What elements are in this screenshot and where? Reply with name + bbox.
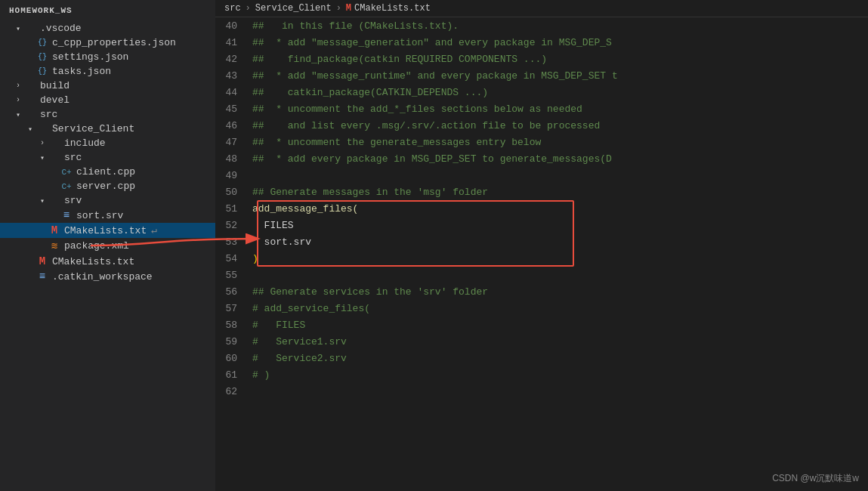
line-number: 47: [215, 134, 249, 150]
table-row: 58# FILES: [215, 317, 868, 333]
sidebar-item-settings[interactable]: {}settings.json: [0, 50, 215, 64]
line-content: add_message_files(: [249, 200, 868, 217]
line-number: 52: [215, 217, 249, 233]
chevron-icon: ▾: [12, 110, 24, 119]
table-row: 52 FILES: [215, 217, 868, 233]
table-row: 46## and list every .msg/.srv/.action fi…: [215, 117, 868, 134]
line-number: 51: [215, 200, 249, 217]
line-number: 42: [215, 51, 249, 67]
table-row: 57# add_service_files(: [215, 300, 868, 317]
sidebar-item-server_cpp[interactable]: C+server.cpp: [0, 179, 215, 193]
table-row: 61# ): [215, 366, 868, 383]
sidebar-item-package_xml[interactable]: ≋package.xml: [0, 238, 215, 254]
table-row: 55: [215, 267, 868, 283]
line-content: ## in this file (CMakeLists.txt).: [249, 17, 868, 34]
sidebar-item-label: devel: [40, 94, 70, 106]
table-row: 43## * add "message_runtime" and every p…: [215, 67, 868, 84]
sidebar-item-label: .catkin_workspace: [52, 271, 153, 283]
editor-area: src › Service_Client › M CMakeLists.txt …: [215, 0, 868, 491]
sidebar-item-include[interactable]: ›include: [0, 136, 215, 150]
code-editor[interactable]: 40## in this file (CMakeLists.txt).41## …: [215, 17, 868, 491]
sidebar-item-tasks[interactable]: {}tasks.json: [0, 64, 215, 79]
sidebar-item-label: src: [40, 109, 57, 120]
line-number: 43: [215, 67, 249, 84]
sidebar-item-label: build: [40, 80, 70, 91]
table-row: 41## * add "message_generation" and ever…: [215, 34, 868, 51]
code-table: 40## in this file (CMakeLists.txt).41## …: [215, 17, 868, 400]
sidebar-item-label: c_cpp_properties.json: [52, 37, 176, 48]
table-row: 44## catkin_package(CATKIN_DEPENDS ...): [215, 84, 868, 100]
line-content: ## Generate services in the 'srv' folder: [249, 283, 868, 300]
line-content: ## * add "message_generation" and every …: [249, 34, 868, 51]
sidebar-item-src2[interactable]: ▾src: [0, 150, 215, 165]
breadcrumb-filename: CMakeLists.txt: [354, 3, 431, 14]
line-number: 57: [215, 300, 249, 317]
json-icon: {}: [36, 67, 48, 76]
table-row: 49: [215, 167, 868, 184]
table-row: 60# Service2.srv: [215, 350, 868, 366]
cmake-icon: M: [36, 255, 48, 267]
breadcrumb: src › Service_Client › M CMakeLists.txt: [215, 0, 868, 17]
sidebar-item-label: .vscode: [40, 23, 82, 34]
chevron-icon: ▾: [12, 24, 24, 33]
line-content: FILES: [249, 217, 868, 233]
sidebar-item-service_client[interactable]: ▾Service_Client: [0, 122, 215, 136]
line-number: 40: [215, 17, 249, 34]
line-content: ## * add "message_runtime" and every pac…: [249, 67, 868, 84]
sidebar-item-label: include: [64, 137, 106, 149]
line-number: 60: [215, 350, 249, 366]
table-row: 50## Generate messages in the 'msg' fold…: [215, 184, 868, 200]
chevron-icon: ▾: [36, 153, 48, 162]
file-tree: ▾.vscode{}c_cpp_properties.json{}setting…: [0, 21, 215, 284]
line-content: # Service1.srv: [249, 333, 868, 350]
line-content: ## * add every package in MSG_DEP_SET to…: [249, 150, 868, 167]
cpp-icon: C+: [60, 182, 73, 191]
sidebar-item-cmakelists_root[interactable]: MCMakeLists.txt: [0, 254, 215, 269]
line-content: [249, 267, 868, 283]
sidebar-item-client_cpp[interactable]: C+client.cpp: [0, 165, 215, 179]
table-row: 48## * add every package in MSG_DEP_SET …: [215, 150, 868, 167]
line-number: 58: [215, 317, 249, 333]
line-content: # Service2.srv: [249, 350, 868, 366]
table-row: 40## in this file (CMakeLists.txt).: [215, 17, 868, 34]
chevron-icon: ▾: [24, 125, 36, 134]
sidebar-item-srv[interactable]: ▾srv: [0, 193, 215, 208]
sidebar-item-label: settings.json: [52, 51, 128, 63]
line-content: ## * uncomment the generate_messages ent…: [249, 134, 868, 150]
line-number: 53: [215, 233, 249, 250]
sidebar-item-devel[interactable]: ›devel: [0, 93, 215, 107]
table-row: 47## * uncomment the generate_messages e…: [215, 134, 868, 150]
sidebar-item-label: package.xml: [64, 240, 129, 252]
sidebar-item-vscode[interactable]: ▾.vscode: [0, 21, 215, 36]
line-number: 55: [215, 267, 249, 283]
sidebar-item-sort_srv[interactable]: ≡sort.srv: [0, 208, 215, 223]
chevron-icon: ›: [12, 96, 24, 104]
sidebar-item-label: tasks.json: [52, 66, 111, 77]
sidebar-header: HOMEWORK_WS: [0, 0, 215, 21]
table-row: 56## Generate services in the 'srv' fold…: [215, 283, 868, 300]
line-number: 50: [215, 184, 249, 200]
file-explorer: HOMEWORK_WS ▾.vscode{}c_cpp_properties.j…: [0, 0, 215, 491]
sidebar-item-src[interactable]: ▾src: [0, 107, 215, 122]
sidebar-item-label: server.cpp: [76, 181, 135, 192]
cpp-icon: C+: [60, 168, 73, 177]
sidebar-item-label: CMakeLists.txt: [52, 256, 134, 267]
line-content: sort.srv: [249, 233, 868, 250]
line-content: # FILES: [249, 317, 868, 333]
line-number: 48: [215, 150, 249, 167]
cmake-icon: M: [48, 224, 60, 236]
chevron-icon: ▾: [36, 196, 48, 205]
line-number: 61: [215, 366, 249, 383]
sidebar-item-c_cpp_properties[interactable]: {}c_cpp_properties.json: [0, 36, 215, 50]
table-row: 54): [215, 250, 868, 267]
sidebar-item-cmakelists_sc[interactable]: MCMakeLists.txt↵: [0, 223, 215, 238]
sidebar-item-label: Service_Client: [52, 123, 134, 134]
table-row: 42## find_package(catkin REQUIRED COMPON…: [215, 51, 868, 67]
line-content: ## catkin_package(CATKIN_DEPENDS ...): [249, 84, 868, 100]
breadcrumb-sep1: ›: [246, 3, 251, 14]
json-icon: {}: [36, 39, 48, 47]
sidebar-item-build[interactable]: ›build: [0, 79, 215, 93]
sidebar-item-catkin_workspace[interactable]: ≡.catkin_workspace: [0, 269, 215, 284]
line-number: 45: [215, 100, 249, 117]
xml-icon: ≋: [48, 239, 60, 252]
